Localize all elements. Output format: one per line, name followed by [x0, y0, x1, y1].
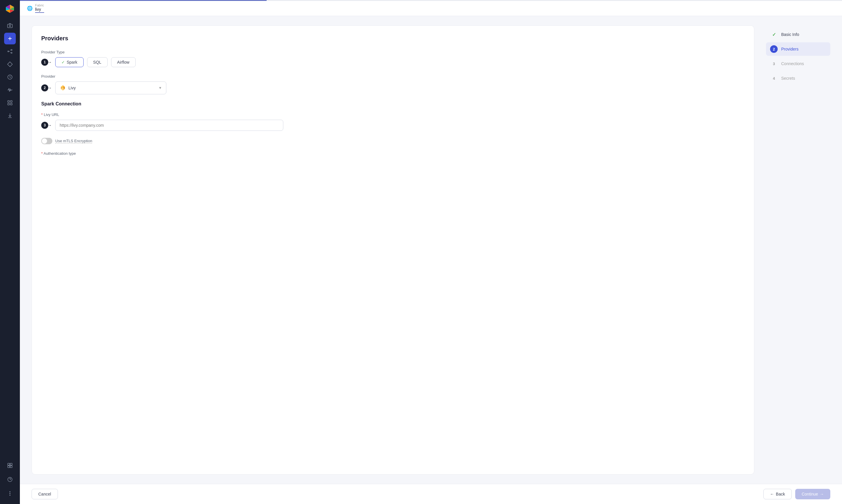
svg-rect-21 [10, 466, 12, 468]
app-logo[interactable] [5, 3, 15, 14]
svg-point-24 [10, 493, 10, 494]
page-title: livy [35, 7, 44, 13]
footer-actions: ← Back Continue → [763, 489, 830, 499]
livy-url-field: Livy URL 3 → [41, 112, 745, 131]
fabric-label: Fabric [35, 4, 44, 7]
step-1-label: Basic Info [781, 32, 799, 37]
provider-type-field: Provider Type 1 → ✓ Spark SQL Airflow [41, 50, 745, 67]
svg-point-22 [8, 478, 12, 482]
svg-point-10 [11, 49, 12, 50]
section-title: Providers [41, 35, 745, 42]
step-4-number: 4 [770, 74, 778, 82]
continue-label: Continue [802, 492, 818, 497]
footer: Cancel ← Back Continue → [20, 484, 842, 504]
step-arrow-1: → [48, 60, 52, 65]
mtls-toggle[interactable] [41, 138, 52, 144]
dashboard-nav-icon[interactable] [4, 460, 16, 471]
main-content: 🌐 Fabric livy Providers Provider Type 1 … [20, 0, 842, 504]
svg-rect-18 [8, 463, 10, 466]
mtls-toggle-row: Use mTLS Encryption [41, 138, 745, 144]
continue-button[interactable]: Continue → [795, 489, 830, 499]
spark-connection-section: Spark Connection Livy URL 3 → Use mTLS E… [41, 101, 745, 156]
auth-type-label: Authentication type [41, 151, 745, 156]
svg-rect-20 [8, 466, 10, 468]
livy-icon [59, 85, 66, 91]
step-item-secrets[interactable]: 4 Secrets [766, 72, 830, 85]
step-4-num-label: 4 [773, 76, 775, 80]
step-arrow-2: → [48, 86, 52, 90]
help-nav-icon[interactable] [4, 474, 16, 485]
sidebar [0, 0, 20, 504]
provider-type-group: ✓ Spark SQL Airflow [55, 57, 745, 67]
step-badge-1: 1 [41, 59, 48, 66]
cancel-button[interactable]: Cancel [32, 489, 58, 499]
provider-dropdown[interactable]: Livy ▼ [55, 82, 166, 94]
step-arrow-3: → [48, 123, 52, 128]
back-label: Back [776, 492, 785, 497]
svg-rect-16 [8, 103, 10, 105]
grid-nav-icon[interactable] [4, 97, 16, 109]
svg-point-25 [10, 495, 10, 496]
step-3-number: 3 [770, 60, 778, 68]
airflow-label: Airflow [117, 60, 130, 65]
svg-marker-12 [7, 62, 13, 67]
svg-rect-19 [10, 463, 12, 466]
step-item-basic-info[interactable]: ✓ Basic Info [766, 28, 830, 41]
step-1-number: ✓ [770, 31, 778, 38]
step-3-label: Connections [781, 61, 804, 66]
spark-connection-title: Spark Connection [41, 101, 745, 107]
svg-rect-15 [11, 101, 12, 103]
provider-type-sql-button[interactable]: SQL [87, 57, 108, 67]
svg-point-11 [11, 52, 12, 53]
livy-url-label: Livy URL [41, 112, 745, 117]
step-3-num-label: 3 [773, 61, 775, 66]
step-2-label: Providers [781, 47, 798, 51]
camera-nav-icon[interactable] [4, 20, 16, 32]
livy-url-wrap: 3 → [55, 120, 745, 131]
continue-arrow-icon: → [820, 492, 824, 497]
svg-point-23 [10, 491, 10, 492]
step-2-num-label: 2 [773, 47, 775, 51]
header: 🌐 Fabric livy [20, 1, 842, 16]
download-nav-icon[interactable] [4, 110, 16, 122]
step-item-connections[interactable]: 3 Connections [766, 57, 830, 70]
spark-label: Spark [67, 60, 78, 65]
step-badge-2: 2 [41, 84, 48, 91]
clock-nav-icon[interactable] [4, 71, 16, 83]
step-badge-3: 3 [41, 122, 48, 129]
provider-type-spark-button[interactable]: ✓ Spark [55, 57, 84, 67]
livy-url-input[interactable] [55, 120, 283, 131]
nodes-nav-icon[interactable] [4, 46, 16, 57]
provider-type-label: Provider Type [41, 50, 745, 54]
provider-type-airflow-button[interactable]: Airflow [111, 57, 136, 67]
provider-select-inner: Livy [59, 85, 76, 91]
sql-label: SQL [93, 60, 101, 65]
globe-icon: 🌐 [27, 5, 33, 11]
provider-type-wrap: 1 → ✓ Spark SQL Airflow [55, 57, 745, 67]
svg-point-9 [8, 51, 9, 52]
add-nav-icon[interactable] [4, 33, 16, 44]
pulse-nav-icon[interactable] [4, 84, 16, 96]
back-button[interactable]: ← Back [763, 489, 792, 499]
svg-point-8 [10, 25, 11, 26]
provider-label: Provider [41, 74, 745, 78]
spark-check-icon: ✓ [62, 60, 65, 65]
page-body: Providers Provider Type 1 → ✓ Spark SQL [20, 16, 842, 484]
dropdown-chevron-icon: ▼ [158, 86, 162, 90]
step-2-number: 2 [770, 45, 778, 53]
svg-rect-14 [8, 101, 10, 103]
back-arrow-icon: ← [770, 492, 774, 497]
diamond-nav-icon[interactable] [4, 58, 16, 70]
form-area: Providers Provider Type 1 → ✓ Spark SQL [32, 25, 754, 474]
provider-selected-value: Livy [68, 86, 76, 90]
steps-panel: ✓ Basic Info 2 Providers 3 Connections [766, 25, 830, 474]
svg-rect-7 [7, 24, 13, 28]
provider-field: Provider 2 → [41, 74, 745, 94]
more-nav-icon[interactable] [4, 488, 16, 499]
step-4-label: Secrets [781, 76, 795, 80]
breadcrumb: Fabric livy [35, 4, 44, 13]
mtls-label: Use mTLS Encryption [55, 139, 92, 143]
provider-select-wrap: 2 → [55, 82, 745, 94]
step-item-providers[interactable]: 2 Providers [766, 42, 830, 56]
svg-rect-17 [11, 103, 12, 105]
